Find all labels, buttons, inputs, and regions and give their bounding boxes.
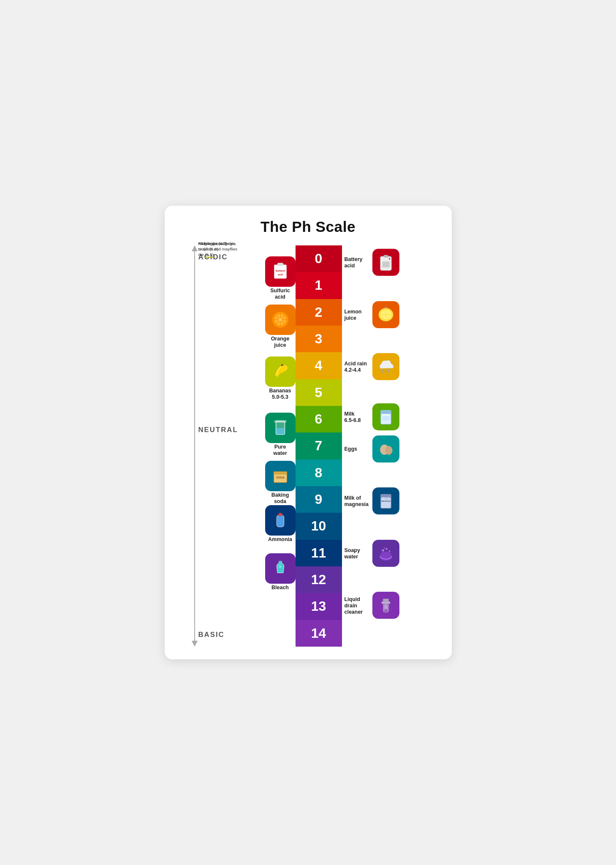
left-icon-ammonia: Ammonia: [265, 505, 296, 543]
bananas-icon: [265, 356, 296, 387]
svg-text:MILK OF: MILK OF: [382, 497, 390, 499]
scale-7: 7: [296, 432, 342, 459]
right-icon-milk-magnesia: Milk ofmagnesia MILK OF MAGNESIA: [345, 487, 399, 515]
svg-rect-1: [277, 263, 283, 266]
scale-container: ACIDIC NEUTRAL BASIC All fish die (4.2) …: [173, 245, 443, 647]
scale-5: 5: [296, 379, 342, 406]
svg-rect-51: [381, 602, 390, 604]
scale-3: 3: [296, 326, 342, 352]
acid-rain-icon: [372, 353, 399, 380]
scale-2: 2: [296, 299, 342, 326]
svg-point-40: [385, 446, 392, 455]
svg-point-48: [388, 550, 390, 552]
label-neutral: NEUTRAL: [198, 426, 238, 434]
sulfuric-acid-icon: Sulfuric acid: [265, 256, 296, 287]
ph-scale-bars: 0 1 2 3 4 5 6 7 8 9 10 11 12 13 14: [296, 245, 342, 647]
milk-icon: MILK: [372, 403, 399, 430]
svg-text:Sulfuric: Sulfuric: [275, 269, 285, 272]
page-title: The Ph Scale: [173, 218, 443, 235]
milk-magnesia-label: Milk ofmagnesia: [345, 495, 370, 508]
svg-rect-16: [274, 472, 287, 475]
svg-rect-50: [383, 599, 389, 602]
left-icon-bananas: Bananas5.0-5.3: [265, 356, 296, 400]
orange-juice-icon: [265, 305, 296, 335]
axis-arrow-bottom-icon: [192, 641, 198, 647]
scale-11: 11: [296, 540, 342, 566]
svg-line-32: [382, 370, 383, 373]
svg-rect-22: [279, 561, 281, 563]
scale-1: 1: [296, 272, 342, 299]
battery-acid-label: Batteryacid: [345, 256, 370, 269]
svg-rect-14: [274, 421, 286, 422]
svg-line-33: [385, 370, 386, 373]
pure-water-icon: [265, 413, 296, 443]
svg-rect-38: [382, 416, 389, 420]
lemon-juice-icon: [372, 301, 399, 328]
svg-rect-20: [279, 513, 281, 515]
svg-text:acid: acid: [277, 273, 282, 275]
soapy-water-label: Soapywater: [345, 547, 370, 560]
right-icon-soapy-water: Soapywater: [345, 540, 399, 568]
scale-10: 10: [296, 513, 342, 539]
bananas-label: Bananas5.0-5.3: [269, 388, 291, 400]
pure-water-label: Purewater: [273, 444, 287, 457]
left-icons-column: Sulfuric acid Sulfuricacid: [241, 245, 296, 647]
right-icon-lemon-juice: Lemonjuice: [345, 301, 399, 329]
eggs-label: Eggs: [345, 446, 370, 452]
bleach-label: Bleach: [271, 585, 289, 591]
baking-soda-icon: SODA: [265, 461, 296, 491]
milk-label: Milk6.5-6.8: [345, 411, 370, 424]
scale-12: 12: [296, 566, 342, 593]
svg-line-34: [388, 370, 389, 373]
soapy-water-icon: [372, 540, 399, 567]
right-icon-battery-acid: Batteryacid +: [345, 249, 399, 277]
scale-0: 0: [296, 245, 342, 272]
ph-scale-card: The Ph Scale ACIDIC NEUTRAL BASIC All fi…: [165, 206, 452, 659]
left-icon-orange-juice: Orangejuice: [265, 305, 296, 348]
svg-text:SODA: SODA: [276, 476, 285, 479]
scale-6: 6: [296, 406, 342, 432]
right-icon-acid-rain: Acid rain4.2-4.4: [345, 353, 399, 381]
axis-arrow-top-icon: [192, 245, 198, 251]
left-icon-bleach: Bleach: [265, 553, 296, 591]
drain-cleaner-icon: [372, 592, 399, 619]
svg-point-46: [382, 549, 384, 551]
scale-4: 4: [296, 352, 342, 379]
ammonia-label: Ammonia: [268, 536, 292, 543]
scale-14: 14: [296, 620, 342, 647]
svg-rect-13: [276, 428, 285, 435]
orange-juice-label: Orangejuice: [271, 336, 290, 348]
svg-text:+: +: [388, 257, 391, 261]
ammonia-icon: [265, 505, 296, 536]
eggs-icon: [372, 435, 399, 462]
scale-8: 8: [296, 460, 342, 486]
baking-soda-label: Bakingsoda: [271, 492, 289, 505]
left-axis: ACIDIC NEUTRAL BASIC All fish die (4.2) …: [173, 245, 241, 647]
scale-9: 9: [296, 486, 342, 513]
svg-point-11: [281, 364, 283, 366]
note-trout: Rainbow trout begin to die (6.0): [198, 241, 239, 252]
svg-text:MAGNESIA: MAGNESIA: [381, 500, 390, 502]
left-icon-sulfuric-acid: Sulfuric acid Sulfuricacid: [265, 256, 296, 300]
svg-point-52: [384, 609, 388, 613]
svg-rect-27: [382, 261, 389, 267]
svg-text:MILK: MILK: [383, 413, 389, 416]
battery-acid-icon: +: [372, 249, 399, 276]
acid-rain-label: Acid rain4.2-4.4: [345, 361, 370, 373]
svg-rect-45: [383, 499, 389, 499]
label-basic: BASIC: [198, 631, 225, 639]
sulfuric-acid-label: Sulfuricacid: [270, 288, 290, 300]
right-icon-eggs: Eggs: [345, 435, 399, 463]
svg-rect-53: [384, 605, 387, 609]
right-icon-drain-cleaner: Liquiddraincleaner: [345, 592, 399, 620]
milk-magnesia-icon: MILK OF MAGNESIA: [372, 487, 399, 514]
left-icon-baking-soda: SODA Bakingsoda: [265, 461, 296, 505]
drain-cleaner-label: Liquiddraincleaner: [345, 596, 370, 615]
svg-rect-25: [385, 256, 386, 257]
axis-line: [194, 250, 195, 642]
bleach-icon: [265, 553, 296, 584]
svg-point-10: [279, 318, 282, 321]
right-icons-column: Batteryacid + Lemonjuice: [342, 245, 443, 647]
right-icon-milk: Milk6.5-6.8 MILK: [345, 403, 399, 431]
scale-13: 13: [296, 593, 342, 620]
